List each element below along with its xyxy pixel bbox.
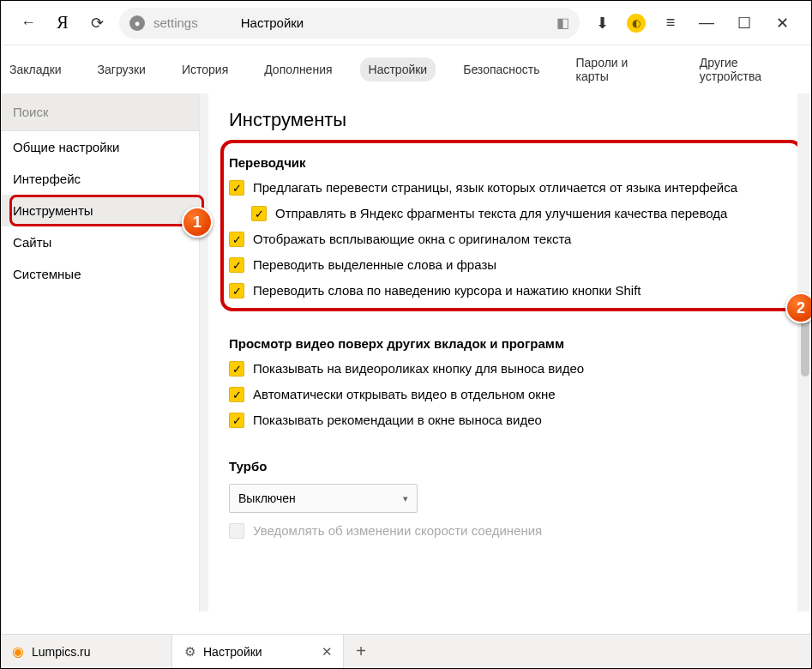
- translator-options: Предлагать перевести страницы, язык кото…: [229, 180, 791, 298]
- section-translator-title: Переводчик: [229, 155, 791, 170]
- browser-toolbar: ← Я ⟳ ● settings Настройки ◧ ⬇ ◐ ≡ — ☐ ✕: [1, 1, 811, 45]
- nav-security[interactable]: Безопасность: [454, 57, 548, 81]
- checkbox-icon: [229, 523, 244, 539]
- favicon-icon: ◉: [11, 645, 25, 659]
- yandex-logo[interactable]: Я: [47, 8, 78, 39]
- protect-button[interactable]: ◐: [621, 8, 652, 39]
- tab-label: Настройки: [203, 645, 262, 659]
- sidebar-item-sites[interactable]: Сайты: [1, 226, 199, 258]
- tab-label: Lumpics.ru: [32, 645, 90, 659]
- reload-button[interactable]: ⟳: [81, 8, 112, 39]
- checkbox-icon[interactable]: [229, 257, 244, 273]
- opt-translate-hover-shift[interactable]: Переводить слова по наведению курсора и …: [229, 283, 791, 298]
- settings-content: Инструменты Переводчик Предлагать переве…: [208, 93, 811, 612]
- sidebar-item-general[interactable]: Общие настройки: [1, 131, 199, 163]
- settings-nav: Закладки Загрузки История Дополнения Нас…: [1, 45, 811, 93]
- opt-video-pip-button[interactable]: Показывать на видеороликах кнопку для вы…: [229, 361, 791, 377]
- sidebar-item-system[interactable]: Системные: [1, 258, 199, 290]
- section-video-title: Просмотр видео поверх других вкладок и п…: [229, 336, 791, 351]
- opt-translate-selection[interactable]: Переводить выделенные слова и фразы: [229, 257, 791, 273]
- checkbox-icon[interactable]: [229, 232, 244, 247]
- opt-video-auto-window[interactable]: Автоматически открывать видео в отдельно…: [229, 387, 791, 402]
- sidebar-search[interactable]: Поиск: [1, 93, 199, 131]
- opt-show-original-popup[interactable]: Отображать всплывающие окна с оригиналом…: [229, 232, 791, 247]
- nav-devices[interactable]: Другие устройства: [691, 51, 811, 88]
- opt-translate-suggest[interactable]: Предлагать перевести страницы, язык кото…: [229, 180, 791, 196]
- annotation-callout-1: 1: [182, 207, 213, 238]
- annotation-callout-2: 2: [785, 292, 811, 323]
- gear-icon: ⚙: [183, 645, 196, 659]
- opt-send-fragments[interactable]: Отправлять в Яндекс фрагменты текста для…: [251, 206, 791, 221]
- checkbox-icon[interactable]: [229, 413, 244, 428]
- nav-settings[interactable]: Настройки: [360, 57, 436, 81]
- sidebar-item-interface[interactable]: Интерфейс: [1, 163, 199, 195]
- nav-passwords[interactable]: Пароли и карты: [568, 51, 672, 88]
- shield-icon: ◐: [627, 14, 646, 33]
- downloads-button[interactable]: ⬇: [586, 8, 617, 39]
- checkbox-icon[interactable]: [251, 206, 267, 221]
- close-tab-icon[interactable]: ✕: [322, 644, 333, 660]
- chevron-down-icon: ▾: [403, 493, 408, 504]
- new-tab-button[interactable]: +: [344, 635, 378, 668]
- menu-button[interactable]: ≡: [655, 8, 686, 39]
- window-minimize[interactable]: —: [689, 14, 724, 32]
- sidebar-item-tools[interactable]: Инструменты: [1, 195, 199, 226]
- nav-addons[interactable]: Дополнения: [256, 57, 340, 81]
- turbo-select-value: Выключен: [238, 491, 296, 505]
- back-button[interactable]: ←: [13, 8, 44, 39]
- page-title: Инструменты: [229, 109, 791, 131]
- opt-turbo-notify: Уведомлять об изменении скорости соедине…: [229, 523, 791, 539]
- checkbox-icon[interactable]: [229, 283, 244, 298]
- section-turbo-title: Турбо: [229, 459, 791, 473]
- window-close[interactable]: ✕: [765, 14, 799, 33]
- tab-lumpics[interactable]: ◉ Lumpics.ru: [1, 635, 172, 668]
- video-options: Показывать на видеороликах кнопку для вы…: [229, 361, 791, 428]
- main-area: Поиск Общие настройки Интерфейс Инструме…: [1, 93, 811, 612]
- search-placeholder: Поиск: [13, 105, 49, 119]
- address-bar[interactable]: ● settings Настройки ◧: [119, 8, 580, 39]
- bookmark-icon[interactable]: ◧: [556, 15, 569, 31]
- settings-sidebar: Поиск Общие настройки Интерфейс Инструме…: [1, 93, 200, 612]
- tab-settings[interactable]: ⚙ Настройки ✕: [172, 635, 344, 668]
- address-title: Настройки: [241, 15, 304, 30]
- checkbox-icon[interactable]: [229, 361, 244, 377]
- nav-history[interactable]: История: [173, 57, 237, 81]
- checkbox-icon[interactable]: [229, 387, 244, 402]
- nav-downloads[interactable]: Загрузки: [89, 57, 154, 81]
- opt-video-recommend[interactable]: Показывать рекомендации в окне выноса ви…: [229, 413, 791, 428]
- globe-icon: ●: [129, 15, 145, 31]
- checkbox-icon[interactable]: [229, 180, 244, 196]
- tab-strip: ◉ Lumpics.ru ⚙ Настройки ✕ +: [1, 634, 811, 668]
- nav-bookmarks[interactable]: Закладки: [1, 57, 70, 81]
- address-host: settings: [153, 15, 198, 30]
- window-maximize[interactable]: ☐: [727, 14, 761, 33]
- turbo-select[interactable]: Выключен ▾: [229, 484, 418, 513]
